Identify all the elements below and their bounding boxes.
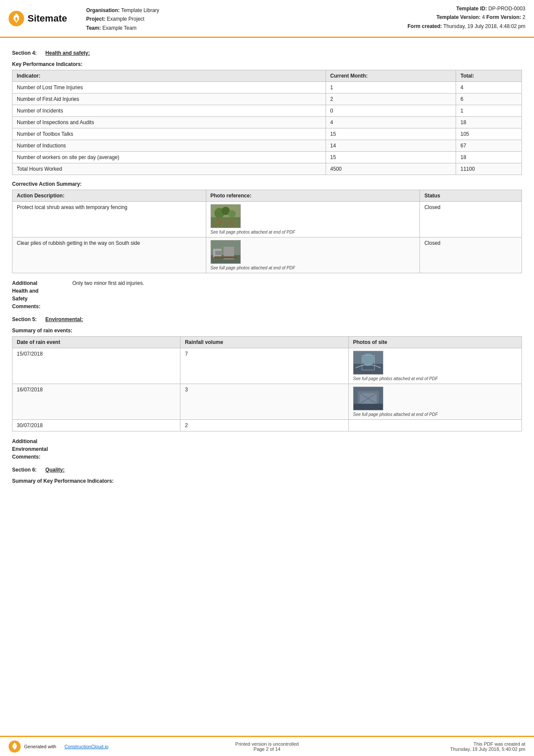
main-content: Section 4: Health and safety: Key Perfor… bbox=[0, 38, 534, 484]
svg-rect-13 bbox=[215, 251, 221, 255]
health-comments-label: AdditionalHealth andSafetyComments: bbox=[12, 279, 64, 310]
form-created-label: Form created: bbox=[407, 23, 442, 29]
rain-row-1-date: 16/07/2018 bbox=[12, 384, 180, 420]
kpi-row-6-col-2: 18 bbox=[456, 152, 522, 163]
section5-heading: Section 5: Environmental: bbox=[12, 316, 522, 322]
section5-title: Environmental: bbox=[45, 316, 83, 322]
rain-row-1-photo: See full page photos attached at end of … bbox=[348, 384, 522, 420]
kpi-row-2-col-1: 0 bbox=[326, 105, 456, 117]
corrective-row-1-photo-caption: See full page photos attached at end of … bbox=[211, 266, 416, 270]
svg-rect-20 bbox=[354, 404, 383, 410]
corrective-col-photo: Photo reference: bbox=[206, 190, 420, 202]
svg-point-5 bbox=[228, 210, 235, 218]
rain-row-0-volume: 7 bbox=[180, 348, 348, 384]
svg-rect-2 bbox=[211, 217, 240, 228]
footer-generated-link[interactable]: ConstructionCloud.io bbox=[65, 744, 109, 749]
kpi-row-0-col-2: 4 bbox=[456, 82, 522, 94]
header-meta-right: Template ID: DP-PROD-0003 Template Versi… bbox=[407, 4, 525, 32]
rain-row-1-photo-caption: See full page photos attached at end of … bbox=[353, 412, 517, 417]
page-footer: Generated with ConstructionCloud.io Prin… bbox=[0, 736, 534, 756]
form-created-value: Thursday, 19 July 2018, 4:48:02 pm bbox=[443, 23, 525, 29]
section5-label: Section 5: bbox=[12, 316, 37, 322]
footer-right: This PDF was created at Thursday, 19 Jul… bbox=[396, 741, 525, 752]
rain-table: Date of rain event Rainfall volume Photo… bbox=[12, 336, 522, 431]
kpi-row-5-col-2: 67 bbox=[456, 140, 522, 152]
footer-page: Page 2 of 14 bbox=[138, 747, 396, 752]
sitemate-logo-icon bbox=[9, 11, 24, 26]
kpi-row-2-col-0: Number of Incidents bbox=[12, 105, 326, 117]
section6-label: Section 6: bbox=[12, 467, 37, 473]
corrective-row-0-photo-caption: See full page photos attached at end of … bbox=[211, 230, 416, 234]
kpi-col-total: Total: bbox=[456, 70, 522, 82]
kpi-row-2-col-2: 1 bbox=[456, 105, 522, 117]
kpi-row-4-col-1: 15 bbox=[326, 128, 456, 140]
footer-logo-icon bbox=[9, 740, 21, 753]
corrective-row-1-desc: Clear piles of rubbish getting in the wa… bbox=[12, 237, 206, 273]
kpi-row-7-col-1: 4500 bbox=[326, 163, 456, 175]
corrective-row-1-status: Closed bbox=[420, 237, 522, 273]
footer-created-value: Thursday, 19 July 2018, 5:40:02 pm bbox=[396, 747, 525, 752]
kpi-row-7-col-2: 11100 bbox=[456, 163, 522, 175]
health-comments-value: Only two minor first aid injuries. bbox=[72, 279, 144, 310]
kpi-row-5-col-1: 14 bbox=[326, 140, 456, 152]
section4-heading: Section 4: Health and safety: bbox=[12, 50, 522, 56]
rain-subheading: Summary of rain events: bbox=[12, 328, 522, 334]
health-comments-block: AdditionalHealth andSafetyComments: Only… bbox=[12, 279, 522, 310]
header-meta-left: Organisation: Template Library Project: … bbox=[86, 6, 159, 32]
header-meta: Organisation: Template Library Project: … bbox=[86, 4, 399, 32]
kpi-col-current: Current Month: bbox=[326, 70, 456, 82]
kpi-row-3-col-0: Number of Inspections and Audits bbox=[12, 117, 326, 128]
project-value: Example Project bbox=[107, 16, 144, 22]
kpi-row-4-col-2: 105 bbox=[456, 128, 522, 140]
section4-label: Section 4: bbox=[12, 50, 37, 56]
section6-title: Quality: bbox=[45, 467, 65, 473]
env-comments-label: AdditionalEnvironmentalComments: bbox=[12, 437, 64, 461]
footer-controlled: Printed version is uncontrolled bbox=[138, 741, 396, 747]
corrective-row-0-desc: Protect local shrub areas with temporary… bbox=[12, 202, 206, 237]
footer-left: Generated with ConstructionCloud.io bbox=[9, 740, 138, 753]
rain-col-photos: Photos of site bbox=[348, 337, 522, 348]
kpi-subheading: Key Performance Indicators: bbox=[12, 61, 522, 67]
corrective-table: Action Description: Photo reference: Sta… bbox=[12, 190, 522, 273]
footer-created-label: This PDF was created at bbox=[396, 741, 525, 747]
svg-rect-6 bbox=[217, 219, 220, 226]
kpi-row-1-col-0: Number of First Aid Injuries bbox=[12, 94, 326, 105]
footer-center: Printed version is uncontrolled Page 2 o… bbox=[138, 741, 396, 752]
rain-row-2-photo bbox=[348, 420, 522, 431]
org-label: Organisation: bbox=[86, 7, 120, 13]
section4-title: Health and safety: bbox=[45, 50, 90, 56]
section6-heading: Section 6: Quality: bbox=[12, 467, 522, 473]
kpi-row-5-col-0: Number of Inductions bbox=[12, 140, 326, 152]
kpi-col-indicator: Indicator: bbox=[12, 70, 326, 82]
svg-rect-12 bbox=[214, 256, 237, 259]
form-version-label: Form Version: bbox=[486, 14, 521, 20]
corrective-subheading: Corrective Action Summary: bbox=[12, 181, 522, 187]
team-value: Example Team bbox=[102, 25, 137, 31]
rain-col-date: Date of rain event bbox=[12, 337, 180, 348]
page-header: Sitemate Organisation: Template Library … bbox=[0, 0, 534, 38]
svg-point-16 bbox=[362, 353, 374, 366]
corrective-col-desc: Action Description: bbox=[12, 190, 206, 202]
quality-subheading: Summary of Key Performance Indicators: bbox=[12, 478, 522, 484]
corrective-row-0-photo: See full page photos attached at end of … bbox=[206, 202, 420, 237]
rain-row-1-volume: 3 bbox=[180, 384, 348, 420]
kpi-table: Indicator: Current Month: Total: Number … bbox=[12, 70, 522, 175]
rain-row-0-photo-caption: See full page photos attached at end of … bbox=[353, 376, 517, 381]
corrective-row-0-status: Closed bbox=[420, 202, 522, 237]
template-id-value: DP-PROD-0003 bbox=[488, 6, 525, 12]
corrective-row-1-photo: See full page photos attached at end of … bbox=[206, 237, 420, 273]
kpi-row-4-col-0: Number of Toolbox Talks bbox=[12, 128, 326, 140]
logo-text: Sitemate bbox=[28, 13, 67, 24]
project-label: Project: bbox=[86, 16, 106, 22]
kpi-row-3-col-2: 18 bbox=[456, 117, 522, 128]
kpi-row-3-col-1: 4 bbox=[326, 117, 456, 128]
template-version-label: Template Version: bbox=[436, 14, 480, 20]
kpi-row-7-col-0: Total Hours Worked bbox=[12, 163, 326, 175]
kpi-row-1-col-2: 6 bbox=[456, 94, 522, 105]
rain-col-volume: Rainfall volume bbox=[180, 337, 348, 348]
rain-row-2-volume: 2 bbox=[180, 420, 348, 431]
corrective-col-status: Status bbox=[420, 190, 522, 202]
rain-row-0-date: 15/07/2018 bbox=[12, 348, 180, 384]
team-label: Team: bbox=[86, 25, 101, 31]
template-version-value: 4 bbox=[482, 14, 485, 20]
